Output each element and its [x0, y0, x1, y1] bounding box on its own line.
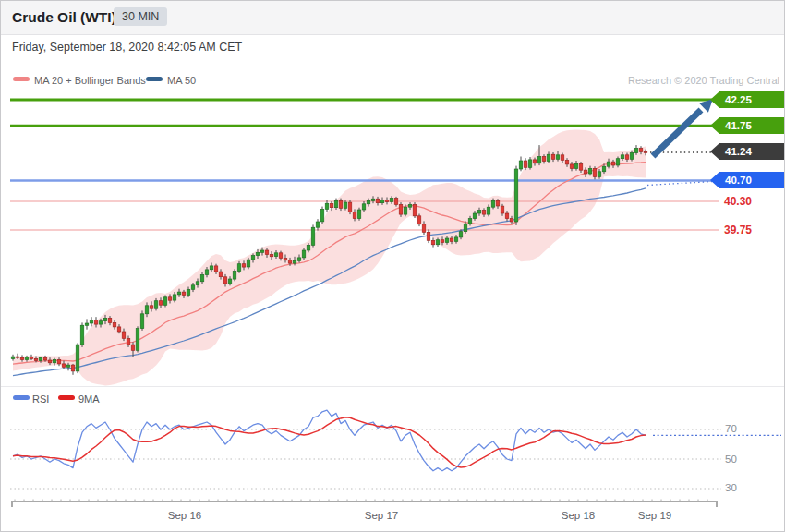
- ma50-projection-dotted-line: [647, 182, 712, 186]
- instrument-title: Crude Oil (WTI): [12, 9, 116, 26]
- trading-central-chart-card: Crude Oil (WTI) 30 MIN Friday, September…: [0, 0, 785, 532]
- research-copyright: Research © 2020 Trading Central: [628, 75, 779, 86]
- price-label-last-price: 41.24: [710, 143, 784, 160]
- x-axis-tick-sep19: Sep 19: [627, 510, 682, 521]
- ma50-legend-swatch: [146, 77, 163, 81]
- price-label-resistance-2: 42.25: [710, 91, 784, 108]
- rsi-9ma-legend-swatch: [58, 395, 75, 400]
- price-label-support-3: 39.75: [724, 224, 752, 236]
- rsi-legend-swatch: [13, 395, 30, 400]
- ma50-legend-label: MA 50: [167, 75, 196, 86]
- rsi-scale-30: 30: [725, 482, 737, 494]
- x-axis-tick-sep16: Sep 16: [157, 510, 212, 521]
- chart-datetime: Friday, September 18, 2020 8:42:05 AM CE…: [12, 41, 242, 54]
- rsi-legend-label: RSI: [32, 393, 49, 405]
- x-axis-tick-sep18: Sep 18: [550, 510, 606, 521]
- rsi-scale-70: 70: [725, 423, 737, 435]
- timeframe-badge: 30 MIN: [114, 7, 167, 26]
- bollinger-band: [13, 130, 646, 386]
- header-bar: Crude Oil (WTI) 30 MIN: [1, 1, 784, 35]
- rsi-scale-50: 50: [725, 453, 737, 466]
- forecast-arrow-shaft: [653, 110, 701, 156]
- price-label-support-2: 40.30: [724, 195, 752, 208]
- rsi-line: [13, 410, 646, 471]
- price-label-support-1: 40.70: [710, 172, 784, 188]
- ma20-bollinger-legend-label: MA 20 + Bollinger Bands: [34, 75, 146, 86]
- rsi-9ma-legend-label: 9MA: [78, 393, 100, 405]
- rsi-9ma-line: [13, 417, 646, 467]
- x-axis-tick-sep17: Sep 17: [354, 510, 409, 521]
- price-label-resistance-1: 41.75: [710, 117, 784, 134]
- ma20-bollinger-legend-swatch: [13, 77, 30, 81]
